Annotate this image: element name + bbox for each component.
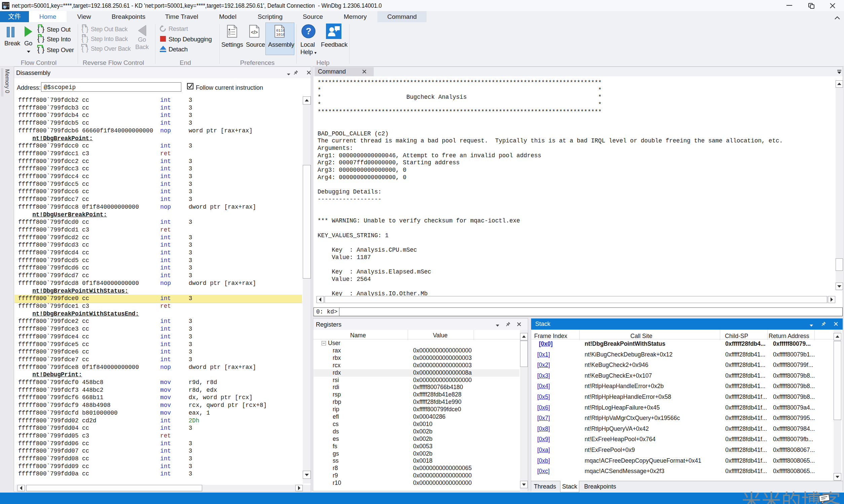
svg-text:?: ? <box>306 26 311 36</box>
svg-text:</>: </> <box>251 30 258 35</box>
svg-text:10101: 10101 <box>276 33 285 37</box>
svg-text:}: } <box>86 35 88 43</box>
svg-text:}: } <box>42 35 45 43</box>
svg-text:01101: 01101 <box>276 29 285 33</box>
